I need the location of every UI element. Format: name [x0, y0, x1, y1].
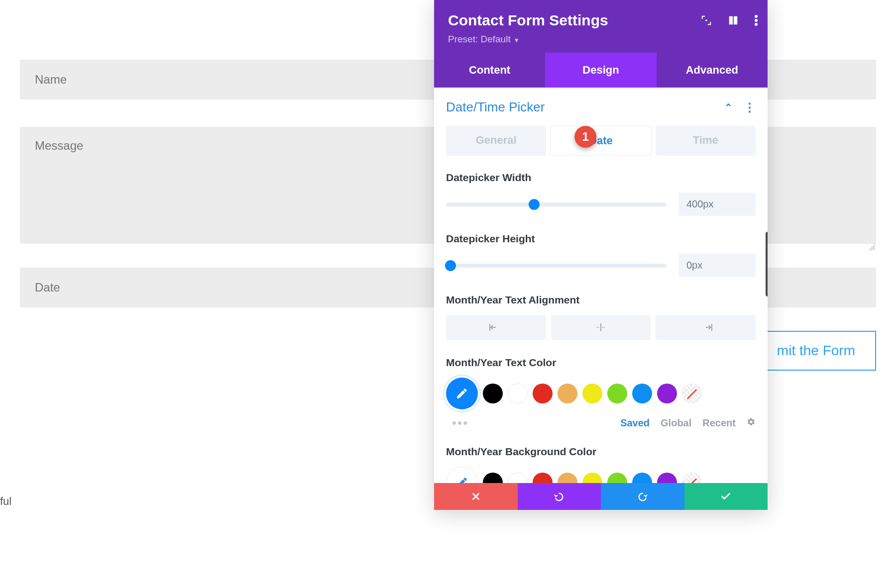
gear-icon[interactable]: [747, 417, 756, 429]
annotation-badge: 1: [574, 126, 596, 148]
subtab-time[interactable]: Time: [656, 126, 756, 156]
panel-footer: [434, 483, 768, 510]
preset-selector[interactable]: Preset: Default▼: [448, 34, 754, 45]
bg-swatch-white[interactable]: [508, 473, 528, 483]
swatch-none[interactable]: [682, 384, 702, 403]
width-slider[interactable]: [446, 202, 667, 206]
color-filter-recent[interactable]: Recent: [702, 417, 736, 429]
tab-design[interactable]: Design: [545, 53, 656, 88]
undo-button[interactable]: [518, 483, 601, 510]
svg-rect-2: [734, 16, 737, 25]
swatch-white[interactable]: [508, 384, 528, 403]
panel-tabs: Content Design Advanced: [434, 53, 768, 88]
height-value-input[interactable]: [678, 254, 756, 277]
more-swatches-icon[interactable]: •••: [452, 415, 468, 431]
preset-label: Preset: Default: [448, 34, 511, 44]
width-value-input[interactable]: [678, 193, 756, 216]
bg-swatch-yellow[interactable]: [582, 473, 602, 483]
scrollbar-thumb[interactable]: [766, 232, 768, 296]
svg-point-0: [705, 19, 707, 21]
resize-handle-icon[interactable]: [869, 243, 875, 249]
svg-point-4: [755, 19, 758, 22]
subtab-date[interactable]: 1 Date: [550, 126, 651, 156]
svg-rect-1: [729, 16, 733, 25]
text-color-label: Month/Year Text Color: [446, 357, 756, 369]
bg-swatch-green[interactable]: [607, 473, 627, 483]
panel-header: Contact Form Settings Preset: Default▼: [434, 0, 768, 53]
swatch-green[interactable]: [607, 384, 627, 403]
tab-advanced[interactable]: Advanced: [657, 53, 768, 88]
bg-swatch-blue[interactable]: [632, 473, 652, 483]
align-left-button[interactable]: [446, 315, 546, 340]
redo-button[interactable]: [601, 483, 684, 510]
color-filter-global[interactable]: Global: [661, 417, 691, 429]
swatch-yellow[interactable]: [582, 384, 602, 403]
bg-color-label: Month/Year Background Color: [446, 446, 756, 458]
sub-tabs: General 1 Date Time: [446, 126, 756, 156]
svg-point-5: [755, 23, 758, 26]
bg-swatch-red[interactable]: [533, 473, 553, 483]
save-button[interactable]: [684, 483, 768, 510]
section-more-icon[interactable]: ⋮: [744, 100, 756, 114]
bg-swatch-purple[interactable]: [657, 473, 677, 483]
align-center-button[interactable]: [551, 315, 651, 340]
section-title[interactable]: Date/Time Picker: [446, 99, 545, 115]
bg-swatch-none[interactable]: [682, 473, 702, 483]
settings-panel: Contact Form Settings Preset: Default▼ C…: [434, 0, 768, 510]
swatch-purple[interactable]: [657, 384, 677, 403]
subtab-general[interactable]: General: [446, 126, 546, 156]
swatch-blue[interactable]: [632, 384, 652, 403]
svg-point-3: [755, 15, 758, 18]
bg-color-row: [446, 467, 756, 483]
height-label: Datepicker Height: [446, 233, 756, 245]
bg-color-picker-button[interactable]: [446, 467, 478, 483]
columns-icon[interactable]: [728, 15, 739, 26]
text-color-picker-button[interactable]: [446, 378, 478, 409]
alignment-label: Month/Year Text Alignment: [446, 294, 756, 306]
align-right-button[interactable]: [656, 315, 756, 340]
expand-icon[interactable]: [701, 15, 712, 26]
bg-swatch-black[interactable]: [483, 473, 503, 483]
text-color-row: [446, 378, 756, 409]
bg-swatch-orange[interactable]: [558, 473, 577, 483]
more-icon[interactable]: [755, 15, 758, 26]
swatch-orange[interactable]: [558, 384, 577, 403]
caret-down-icon: ▼: [514, 37, 520, 44]
swatch-red[interactable]: [533, 384, 553, 403]
swatch-black[interactable]: [483, 384, 503, 403]
color-filter-saved[interactable]: Saved: [620, 417, 650, 429]
width-label: Datepicker Width: [446, 172, 756, 184]
cutoff-text: ful: [0, 495, 11, 508]
close-button[interactable]: [434, 483, 518, 510]
tab-content[interactable]: Content: [434, 53, 545, 88]
panel-body: Date/Time Picker ⌃ ⋮ General 1 Date Time…: [434, 88, 768, 483]
collapse-icon[interactable]: ⌃: [724, 101, 733, 113]
height-slider[interactable]: [446, 264, 667, 268]
